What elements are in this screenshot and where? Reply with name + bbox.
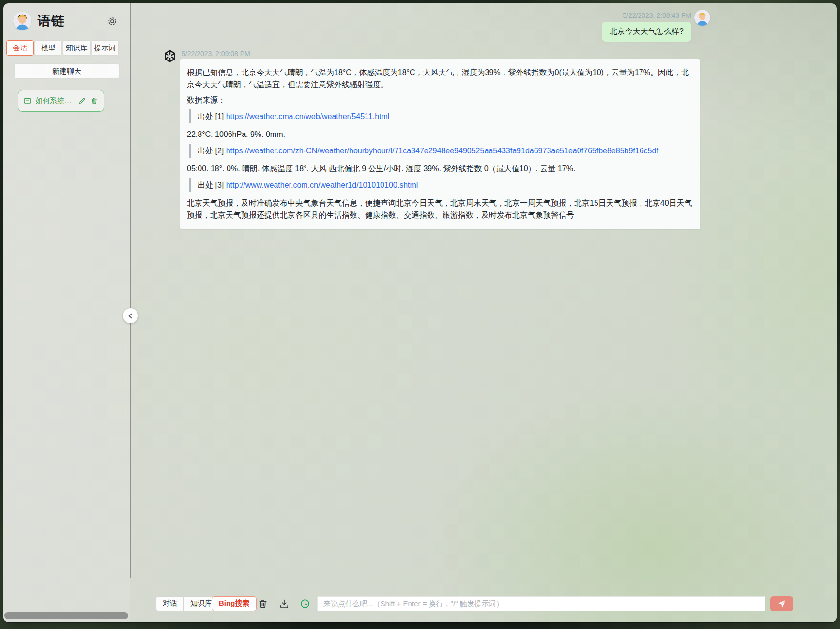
message-paragraph: 数据来源： (187, 94, 693, 106)
edit-pencil-icon[interactable] (78, 97, 87, 105)
tab-prompts[interactable]: 提示词 (92, 40, 119, 56)
export-download-icon[interactable] (279, 598, 290, 610)
assistant-message-timestamp: 5/22/2023, 2:09:08 PM (182, 50, 250, 58)
user-message-bubble: 北京今天天气怎么样? (602, 22, 691, 42)
horizontal-scrollbar[interactable] (4, 612, 128, 619)
source-link[interactable]: http://www.weather.com.cn/weather1d/1010… (226, 181, 418, 189)
source-quote: 出处 [3] http://www.weather.com.cn/weather… (189, 178, 693, 192)
sidebar-collapse-button[interactable] (123, 308, 138, 323)
source-link[interactable]: https://weather.com/zh-CN/weather/hourby… (226, 147, 658, 155)
settings-gear-icon[interactable] (107, 16, 118, 27)
source-quote: 出处 [1] https://weather.cma.cn/web/weathe… (189, 109, 693, 123)
delete-trash-icon[interactable] (91, 97, 99, 105)
openai-logo-icon (163, 49, 177, 63)
user-message-avatar (694, 10, 710, 26)
source-label: 出处 [2] (198, 147, 226, 155)
message-paragraph: 北京天气预报，及时准确发布中央气象台天气信息，便捷查询北京今日天气，北京周末天气… (187, 197, 693, 221)
sidebar-tabs: 会话 模型 知识库 提示词 (6, 40, 119, 56)
source-label: 出处 [3] (198, 181, 226, 189)
source-quote: 出处 [2] https://weather.com/zh-CN/weather… (189, 144, 693, 158)
bing-search-toggle[interactable]: Bing搜索 (212, 596, 257, 611)
tab-conversations[interactable]: 会话 (6, 40, 34, 56)
tab-models[interactable]: 模型 (35, 40, 62, 56)
user-avatar (13, 12, 31, 30)
sidebar-header: 语链 (13, 10, 122, 31)
new-chat-button[interactable]: 新建聊天 (14, 63, 120, 79)
user-message-timestamp: 5/22/2023, 2:08:43 PM (623, 12, 691, 19)
composer-mode-tabs: 对话 知识库 (156, 596, 219, 611)
sidebar-divider (130, 3, 131, 578)
message-paragraph: 22.8°C. 1006hPa. 9%. 0mm. (187, 128, 693, 140)
message-input[interactable] (317, 596, 765, 611)
mode-tab-dialog[interactable]: 对话 (156, 596, 183, 611)
message-paragraph: 05:00. 18°. 0%. 晴朗. 体感温度 18°. 大风 西北偏北 9 … (187, 163, 693, 175)
chevron-left-icon (127, 313, 134, 319)
assistant-message-bubble: 根据已知信息，北京今天天气晴朗，气温为18°C，体感温度为18°C，大风天气，湿… (180, 59, 700, 229)
paper-plane-icon (777, 599, 787, 609)
app-title: 语链 (38, 12, 65, 30)
send-button[interactable] (770, 596, 793, 611)
sidebar: 语链 会话 模型 知识库 提示词 新建聊天 (3, 3, 130, 622)
chat-bubble-icon (23, 97, 31, 105)
app-window: 语链 会话 模型 知识库 提示词 新建聊天 (3, 3, 837, 622)
source-link[interactable]: https://weather.cma.cn/web/weather/54511… (226, 112, 390, 120)
clear-trash-icon[interactable] (258, 598, 269, 610)
chat-item-title: 如何系统、高效... (35, 96, 75, 105)
chat-list-item[interactable]: 如何系统、高效... (18, 90, 104, 112)
tab-knowledge-base[interactable]: 知识库 (63, 40, 91, 56)
history-clock-icon[interactable] (300, 598, 311, 610)
message-paragraph: 根据已知信息，北京今天天气晴朗，气温为18°C，体感温度为18°C，大风天气，湿… (187, 66, 693, 90)
source-label: 出处 [1] (198, 112, 226, 120)
